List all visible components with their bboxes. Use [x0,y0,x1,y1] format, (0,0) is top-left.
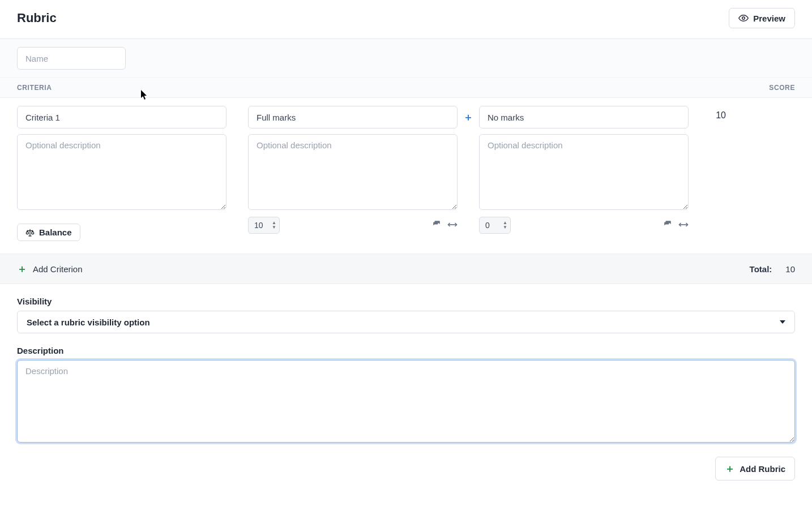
add-criterion-button[interactable]: ＋ Add Criterion [17,262,83,276]
level-cell-no-marks: 0 ▲ ▼ [479,106,689,241]
level-points-stepper[interactable]: 0 ▲ ▼ [479,217,511,234]
add-rubric-label: Add Rubric [740,464,785,474]
criterion-cell: Balance [17,106,226,241]
level-subrow: 10 ▲ ▼ [248,217,458,234]
level-points-value: 0 [485,221,490,230]
visibility-label: Visibility [17,297,795,306]
rubric-editor-page: Rubric Preview CRITERIA SCORE [0,0,812,497]
page-title: Rubric [17,11,57,25]
stepper-down-icon[interactable]: ▼ [502,225,508,230]
plus-icon: ＋ [17,262,27,276]
add-criterion-label: Add Criterion [33,264,83,274]
plus-icon: ＋ [725,462,735,475]
header-bar: Rubric Preview [0,0,812,39]
svg-point-0 [742,17,745,20]
level-points-stepper[interactable]: 10 ▲ ▼ [248,217,280,234]
stepper-arrows[interactable]: ▲ ▼ [502,221,508,230]
balance-button-label: Balance [39,228,72,237]
spacer-col [232,106,242,241]
add-rubric-button[interactable]: ＋ Add Rubric [715,457,795,480]
total-value: 10 [785,264,795,274]
total-row: ＋ Add Criterion Total: 10 [0,254,812,284]
preview-button-label: Preview [753,14,785,23]
visibility-select[interactable]: Select a rubric visibility option [17,311,795,333]
level-subrow: 0 ▲ ▼ [479,217,689,234]
criterion-name-input[interactable] [17,106,226,128]
move-horizontal-icon[interactable] [447,220,458,230]
visibility-section: Visibility Select a rubric visibility op… [0,284,812,333]
description-label: Description [17,346,795,355]
row-score-value: 10 [694,106,728,241]
footer: ＋ Add Rubric [0,444,812,497]
criteria-body: Balance 10 ▲ ▼ [0,98,812,254]
scale-icon [25,228,35,237]
level-points-value: 10 [254,221,263,230]
criterion-row: Balance 10 ▲ ▼ [17,106,795,241]
description-textarea[interactable] [17,360,795,443]
criteria-column-header: CRITERIA [17,84,52,92]
description-section: Description [0,333,812,444]
comments-icon[interactable] [663,220,673,230]
level-cell-full-marks: 10 ▲ ▼ [248,106,458,241]
level-name-input[interactable] [479,106,689,128]
visibility-selected-value: Select a rubric visibility option [27,317,150,327]
level-description-textarea[interactable] [479,134,689,210]
column-header-row: CRITERIA SCORE [0,78,812,98]
stepper-down-icon[interactable]: ▼ [271,225,277,230]
total-display: Total: 10 [750,264,795,274]
total-label: Total: [750,264,772,274]
stepper-arrows[interactable]: ▲ ▼ [271,221,277,230]
level-description-textarea[interactable] [248,134,458,210]
caret-down-icon [780,320,785,324]
balance-button[interactable]: Balance [17,224,80,241]
criterion-description-textarea[interactable] [17,134,226,210]
add-level-button[interactable]: ＋ [463,106,473,124]
move-horizontal-icon[interactable] [678,220,689,230]
eye-icon [738,13,749,23]
score-column-header: SCORE [769,84,795,92]
comments-icon[interactable] [431,220,442,230]
add-level-between: ＋ [463,106,473,241]
preview-button[interactable]: Preview [729,8,795,28]
level-name-input[interactable] [248,106,458,128]
rubric-name-input[interactable] [17,47,126,70]
name-row [0,39,812,78]
